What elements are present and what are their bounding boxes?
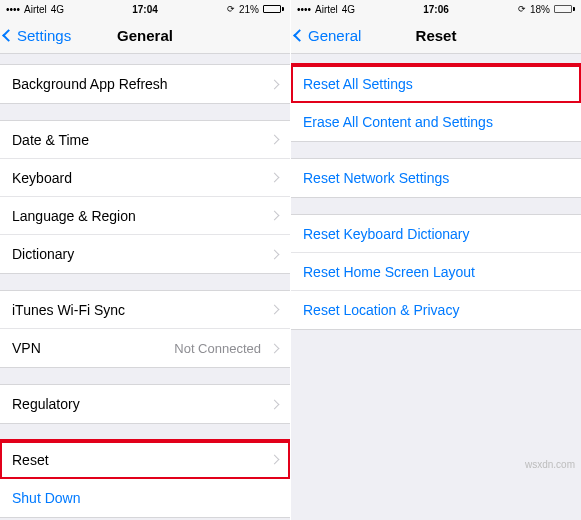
nav-bar: General Reset xyxy=(291,18,581,54)
back-label: Settings xyxy=(17,27,71,44)
settings-group: Reset Keyboard DictionaryReset Home Scre… xyxy=(291,214,581,330)
row-language-region[interactable]: Language & Region xyxy=(0,197,290,235)
row-label: Reset Home Screen Layout xyxy=(303,264,475,280)
row-itunes-wi-fi-sync[interactable]: iTunes Wi-Fi Sync xyxy=(0,291,290,329)
carrier-label: Airtel xyxy=(24,4,47,15)
chevron-right-icon xyxy=(270,79,280,89)
settings-group: Regulatory xyxy=(0,384,290,424)
settings-group: Reset Network Settings xyxy=(291,158,581,198)
row-reset-home-screen-layout[interactable]: Reset Home Screen Layout xyxy=(291,253,581,291)
row-label: Reset Location & Privacy xyxy=(303,302,459,318)
status-bar: •••• Airtel 4G 17:04 ⟳ 21% xyxy=(0,0,290,18)
row-label: Reset Network Settings xyxy=(303,170,449,186)
row-dictionary[interactable]: Dictionary xyxy=(0,235,290,273)
chevron-left-icon xyxy=(2,29,15,42)
signal-icon: •••• xyxy=(297,4,311,15)
signal-icon: •••• xyxy=(6,4,20,15)
watermark: wsxdn.com xyxy=(525,459,575,470)
row-reset[interactable]: Reset xyxy=(0,441,290,479)
settings-group: Date & TimeKeyboardLanguage & RegionDict… xyxy=(0,120,290,274)
settings-group: iTunes Wi-Fi SyncVPNNot Connected xyxy=(0,290,290,368)
chevron-right-icon xyxy=(270,399,280,409)
clock: 17:06 xyxy=(423,4,449,15)
battery-percent: 18% xyxy=(530,4,550,15)
nav-bar: Settings General xyxy=(0,18,290,54)
row-label: VPN xyxy=(12,340,41,356)
network-label: 4G xyxy=(342,4,355,15)
row-label: Keyboard xyxy=(12,170,72,186)
row-reset-network-settings[interactable]: Reset Network Settings xyxy=(291,159,581,197)
status-bar: •••• Airtel 4G 17:06 ⟳ 18% xyxy=(291,0,581,18)
row-background-app-refresh[interactable]: Background App Refresh xyxy=(0,65,290,103)
row-label: Reset All Settings xyxy=(303,76,413,92)
chevron-right-icon xyxy=(270,455,280,465)
row-label: iTunes Wi-Fi Sync xyxy=(12,302,125,318)
chevron-right-icon xyxy=(270,249,280,259)
row-vpn[interactable]: VPNNot Connected xyxy=(0,329,290,367)
chevron-right-icon xyxy=(270,211,280,221)
screen-reset: •••• Airtel 4G 17:06 ⟳ 18% General Reset… xyxy=(291,0,581,520)
row-keyboard[interactable]: Keyboard xyxy=(0,159,290,197)
orientation-lock-icon: ⟳ xyxy=(518,4,526,14)
orientation-lock-icon: ⟳ xyxy=(227,4,235,14)
chevron-left-icon xyxy=(293,29,306,42)
row-label: Shut Down xyxy=(12,490,80,506)
row-label: Regulatory xyxy=(12,396,80,412)
settings-group: ResetShut Down xyxy=(0,440,290,518)
screen-general: •••• Airtel 4G 17:04 ⟳ 21% Settings Gene… xyxy=(0,0,290,520)
row-erase-all-content-and-settings[interactable]: Erase All Content and Settings xyxy=(291,103,581,141)
settings-group: Reset All SettingsErase All Content and … xyxy=(291,64,581,142)
chevron-right-icon xyxy=(270,305,280,315)
row-reset-all-settings[interactable]: Reset All Settings xyxy=(291,65,581,103)
chevron-right-icon xyxy=(270,173,280,183)
row-reset-location-privacy[interactable]: Reset Location & Privacy xyxy=(291,291,581,329)
chevron-right-icon xyxy=(270,135,280,145)
battery-icon xyxy=(554,5,575,13)
row-label: Erase All Content and Settings xyxy=(303,114,493,130)
back-button[interactable]: Settings xyxy=(0,27,71,44)
page-title: Reset xyxy=(416,27,457,44)
battery-icon xyxy=(263,5,284,13)
row-label: Background App Refresh xyxy=(12,76,168,92)
clock: 17:04 xyxy=(132,4,158,15)
settings-list-reset: Reset All SettingsErase All Content and … xyxy=(291,54,581,330)
chevron-right-icon xyxy=(270,343,280,353)
network-label: 4G xyxy=(51,4,64,15)
row-detail: Not Connected xyxy=(174,341,261,356)
settings-list-general: Background App RefreshDate & TimeKeyboar… xyxy=(0,54,290,518)
row-regulatory[interactable]: Regulatory xyxy=(0,385,290,423)
battery-percent: 21% xyxy=(239,4,259,15)
row-label: Dictionary xyxy=(12,246,74,262)
carrier-label: Airtel xyxy=(315,4,338,15)
row-date-time[interactable]: Date & Time xyxy=(0,121,290,159)
back-label: General xyxy=(308,27,361,44)
row-shut-down[interactable]: Shut Down xyxy=(0,479,290,517)
row-reset-keyboard-dictionary[interactable]: Reset Keyboard Dictionary xyxy=(291,215,581,253)
row-label: Reset Keyboard Dictionary xyxy=(303,226,470,242)
row-label: Reset xyxy=(12,452,49,468)
back-button[interactable]: General xyxy=(291,27,361,44)
row-label: Language & Region xyxy=(12,208,136,224)
settings-group: Background App Refresh xyxy=(0,64,290,104)
row-label: Date & Time xyxy=(12,132,89,148)
page-title: General xyxy=(117,27,173,44)
